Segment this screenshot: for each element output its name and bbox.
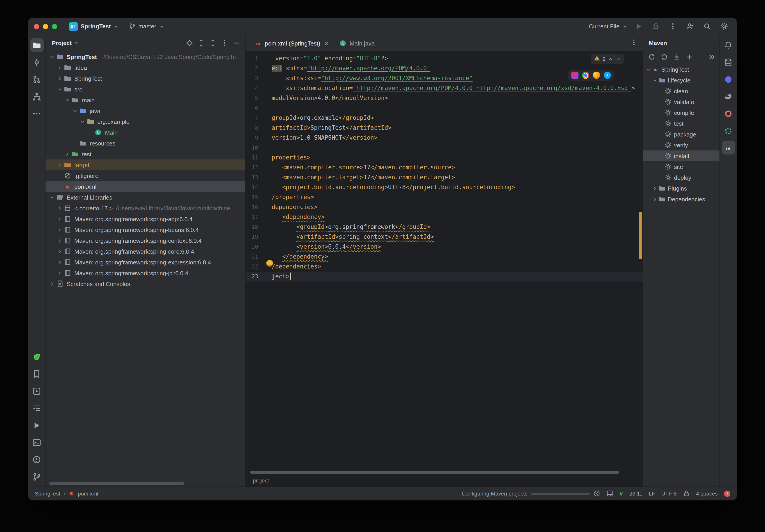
project-tree-item-target[interactable]: target bbox=[46, 160, 245, 170]
code-line-12[interactable]: 12 <maven.compiler.source>17</maven.comp… bbox=[246, 163, 643, 173]
search-everywhere-button[interactable] bbox=[701, 20, 713, 33]
maven-tool-tool-button[interactable]: m bbox=[722, 141, 735, 155]
ai-assistant-tool-button[interactable] bbox=[722, 73, 735, 86]
next-problem-icon[interactable] bbox=[615, 56, 621, 62]
chevron-down-icon[interactable] bbox=[48, 54, 56, 59]
maven-tree-item-plugins[interactable]: Plugins bbox=[643, 183, 719, 194]
problems-tool-button[interactable] bbox=[30, 453, 43, 466]
chevron-down-icon[interactable] bbox=[56, 87, 64, 92]
chevron-down-icon[interactable] bbox=[71, 108, 79, 113]
code-line-16[interactable]: 16dependencies> bbox=[246, 202, 643, 212]
project-tree-item-idea[interactable]: .idea bbox=[46, 62, 245, 73]
project-tree-item-external-libraries[interactable]: External Libraries bbox=[46, 192, 245, 203]
plugin-tool-button[interactable] bbox=[30, 350, 43, 363]
code-line-17[interactable]: 17 <dependency> bbox=[246, 212, 643, 222]
project-tree-item-springtest[interactable]: SpringTest~/Desktop/CS/JavaEE/2 Java Spr… bbox=[46, 51, 245, 62]
editor-tab-pom-xml-springtest[interactable]: mpom.xml (SpringTest)× bbox=[249, 35, 334, 51]
code-with-me-button[interactable] bbox=[683, 20, 696, 33]
project-tool-button[interactable] bbox=[30, 38, 43, 52]
code-line-15[interactable]: 15/properties> bbox=[246, 192, 643, 202]
tab-options-kebab-icon[interactable] bbox=[630, 39, 637, 48]
breadcrumb-file[interactable]: pom.xml bbox=[78, 490, 98, 497]
maven-tree-item-verify[interactable]: verify bbox=[643, 140, 719, 151]
bookmarks-tool-button[interactable] bbox=[30, 367, 43, 381]
project-tree-item-main[interactable]: CMain bbox=[46, 127, 245, 138]
project-tree-item-springtest[interactable]: SpringTest bbox=[46, 73, 245, 84]
maven-tree-item-install[interactable]: install bbox=[643, 151, 719, 161]
code-line-13[interactable]: 13 <maven.compiler.target>17</maven.comp… bbox=[246, 173, 643, 183]
chevron-right-icon[interactable] bbox=[56, 217, 64, 222]
locate-icon[interactable] bbox=[184, 37, 195, 48]
tool-windows-icon[interactable] bbox=[606, 490, 613, 497]
vim-indicator[interactable]: V bbox=[619, 490, 623, 497]
chevron-right-icon[interactable] bbox=[56, 206, 64, 211]
editor[interactable]: 1 version="1.0" encoding="UTF-8"?>2ect x… bbox=[246, 52, 643, 469]
code-line-4[interactable]: 4 xsi:schemaLocation="http://maven.apach… bbox=[246, 83, 643, 93]
version-control-tool-button[interactable] bbox=[30, 470, 43, 483]
gradle-tool-button[interactable] bbox=[722, 90, 735, 103]
editor-tab-main-java[interactable]: CMain.java bbox=[334, 35, 380, 51]
chevron-down-icon[interactable] bbox=[645, 67, 651, 72]
chevron-down-icon[interactable] bbox=[79, 119, 87, 124]
code-line-11[interactable]: 11properties> bbox=[246, 153, 643, 163]
firefox-browser-icon[interactable] bbox=[593, 72, 600, 79]
maven-tree-item-compile[interactable]: compile bbox=[643, 107, 719, 118]
maven-tree-item-validate[interactable]: validate bbox=[643, 96, 719, 107]
project-tree-item-maven-org-springframework-spring-aop-6-0-4[interactable]: Maven: org.springframework:spring-aop:6.… bbox=[46, 214, 245, 224]
project-tree-item-maven-org-springframework-spring-expression-6-0-4[interactable]: Maven: org.springframework:spring-expres… bbox=[46, 257, 245, 267]
cancel-progress-icon[interactable] bbox=[593, 490, 600, 497]
close-tab-icon[interactable]: × bbox=[325, 40, 329, 46]
project-tree-item-gitignore[interactable]: .gitignore bbox=[46, 170, 245, 181]
settings-gear-icon[interactable] bbox=[718, 20, 730, 33]
project-tree-item-java[interactable]: java bbox=[46, 105, 245, 116]
project-tree-item-test[interactable]: test bbox=[46, 149, 245, 160]
caret-position-widget[interactable]: 23:11 bbox=[629, 490, 642, 497]
notifications-tool-button[interactable] bbox=[722, 38, 735, 52]
maven-tree-item-springtest[interactable]: mSpringTest bbox=[643, 64, 719, 75]
code-line-10[interactable]: 10 bbox=[246, 143, 643, 153]
maven-tree-item-dependencies[interactable]: Dependencies bbox=[643, 194, 719, 205]
chevron-down-icon[interactable] bbox=[73, 40, 79, 46]
code-line-14[interactable]: 14 <project.build.sourceEncoding>UTF-8</… bbox=[246, 183, 643, 192]
project-tree-item-resources[interactable]: resources bbox=[46, 138, 245, 149]
run-button[interactable] bbox=[632, 20, 645, 33]
zoom-window-button[interactable] bbox=[52, 24, 57, 29]
chevron-down-icon[interactable] bbox=[651, 78, 658, 83]
project-tree-item-main[interactable]: main bbox=[46, 95, 245, 105]
chevron-right-icon[interactable] bbox=[56, 76, 64, 81]
breadcrumb-project[interactable]: SpringTest bbox=[35, 490, 60, 497]
encoding-widget[interactable]: UTF-8 bbox=[661, 490, 677, 497]
chevron-right-icon[interactable] bbox=[48, 281, 56, 286]
services-tool-button[interactable] bbox=[30, 384, 43, 398]
chrome-browser-icon[interactable] bbox=[582, 72, 589, 79]
scrollbar-warning-stripe[interactable] bbox=[639, 212, 642, 259]
editor-breadcrumbs[interactable]: project bbox=[246, 475, 643, 486]
chevron-right-icon[interactable] bbox=[651, 197, 658, 202]
chevron-double-icon[interactable] bbox=[706, 51, 717, 62]
refresh-icon[interactable] bbox=[646, 51, 657, 62]
read-only-lock-icon[interactable] bbox=[683, 490, 690, 497]
terminal-tool-button[interactable] bbox=[30, 436, 43, 449]
database-tool-button[interactable] bbox=[722, 55, 735, 69]
project-tree-item-org-example[interactable]: org.example bbox=[46, 116, 245, 127]
code-line-20[interactable]: 20 <version>6.0.4</version> bbox=[246, 242, 643, 252]
code-line-23[interactable]: 23ject> bbox=[246, 271, 643, 281]
add-icon[interactable] bbox=[684, 51, 695, 62]
endpoints-tool-button[interactable] bbox=[722, 124, 735, 137]
project-panel-scrollbar[interactable] bbox=[49, 482, 184, 485]
profiler-tool-button[interactable] bbox=[722, 107, 735, 120]
code-line-18[interactable]: 18 <groupId>org.springframework</groupId… bbox=[246, 222, 643, 232]
code-line-21[interactable]: 21 </dependency> bbox=[246, 252, 643, 262]
collapse-all-icon[interactable] bbox=[207, 37, 218, 48]
ide-errors-badge[interactable]: ! bbox=[724, 490, 730, 497]
indent-widget[interactable]: 4 spaces bbox=[696, 490, 718, 497]
branch-widget[interactable]: master bbox=[126, 21, 167, 32]
project-tree-item-maven-org-springframework-spring-jcl-6-0-4[interactable]: Maven: org.springframework:spring-jcl:6.… bbox=[46, 267, 245, 278]
maven-tree-item-clean[interactable]: clean bbox=[643, 86, 719, 96]
inspection-widget[interactable]: 2 bbox=[591, 54, 624, 64]
maven-tree-item-deploy[interactable]: deploy bbox=[643, 172, 719, 183]
chevron-right-icon[interactable] bbox=[56, 249, 64, 254]
line-separator-widget[interactable]: LF bbox=[649, 490, 655, 497]
chevron-right-icon[interactable] bbox=[56, 227, 64, 232]
code-line-1[interactable]: 1 version="1.0" encoding="UTF-8"?> bbox=[246, 54, 643, 64]
